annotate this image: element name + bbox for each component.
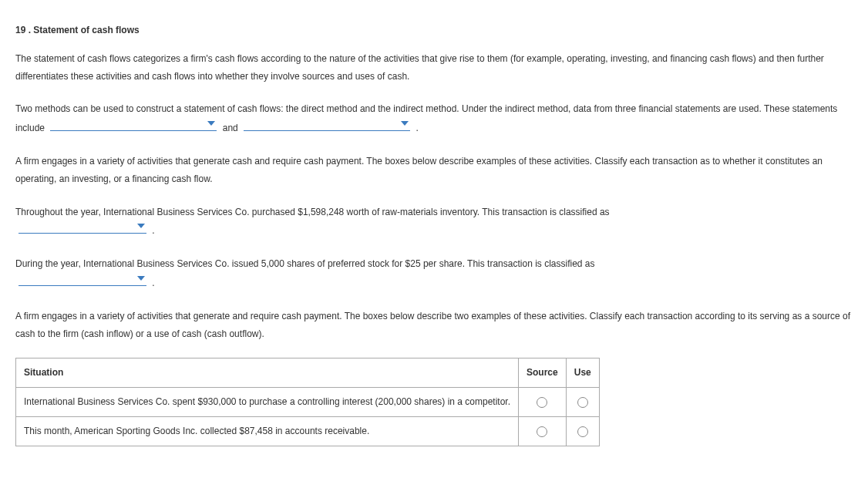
intro-paragraph-1: The statement of cash flows categorizes … bbox=[15, 50, 853, 86]
para2-end: . bbox=[415, 123, 418, 133]
col-use: Use bbox=[566, 358, 599, 388]
classify-instructions: A firm engages in a variety of activitie… bbox=[15, 153, 853, 188]
transaction-2-dropdown[interactable] bbox=[19, 273, 146, 286]
situation-cell: International Business Services Co. spen… bbox=[16, 388, 519, 417]
use-cell bbox=[566, 388, 599, 417]
use-cell bbox=[566, 416, 599, 446]
table-row: International Business Services Co. spen… bbox=[16, 388, 600, 417]
source-use-table: Situation Source Use International Busin… bbox=[15, 358, 600, 446]
col-situation: Situation bbox=[16, 358, 519, 388]
transaction-1-dropdown[interactable] bbox=[19, 220, 146, 234]
transaction-2-text: During the year, International Business … bbox=[15, 258, 595, 269]
chevron-down-icon bbox=[401, 121, 409, 126]
source-cell bbox=[519, 416, 567, 446]
intro-paragraph-2: Two methods can be used to construct a s… bbox=[15, 100, 853, 137]
radio-source-row2[interactable] bbox=[537, 426, 547, 437]
statements-dropdown-2[interactable] bbox=[244, 118, 410, 131]
col-source: Source bbox=[519, 358, 567, 388]
transaction-1-end: . bbox=[152, 225, 154, 236]
para2-and: and bbox=[223, 123, 238, 133]
situation-cell: This month, American Sporting Goods Inc.… bbox=[16, 416, 519, 446]
chevron-down-icon bbox=[137, 224, 145, 228]
table-header-row: Situation Source Use bbox=[16, 358, 600, 388]
question-heading: 19 . Statement of cash flows bbox=[15, 22, 853, 39]
radio-use-row1[interactable] bbox=[577, 397, 588, 408]
source-use-instructions: A firm engages in a variety of activitie… bbox=[15, 308, 853, 343]
transaction-1-text: Throughout the year, International Busin… bbox=[15, 207, 610, 217]
radio-use-row2[interactable] bbox=[577, 426, 588, 437]
chevron-down-icon bbox=[207, 121, 215, 126]
statements-dropdown-1[interactable] bbox=[50, 118, 217, 131]
transaction-2: During the year, International Business … bbox=[15, 255, 853, 292]
transaction-2-end: . bbox=[152, 278, 154, 288]
source-cell bbox=[519, 388, 567, 417]
radio-source-row1[interactable] bbox=[537, 397, 547, 408]
table-row: This month, American Sporting Goods Inc.… bbox=[16, 416, 600, 446]
transaction-1: Throughout the year, International Busin… bbox=[15, 204, 853, 241]
chevron-down-icon bbox=[137, 276, 145, 281]
